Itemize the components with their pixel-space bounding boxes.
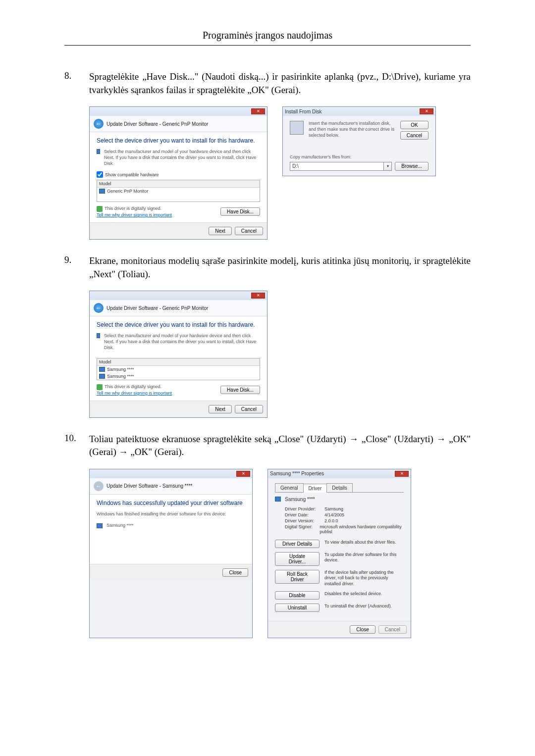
signing-link[interactable]: Tell me why driver signing is important xyxy=(97,212,172,217)
signed-text: This driver is digitally signed. xyxy=(105,206,161,212)
model-listbox[interactable]: Model Samsung **** Samsung **** xyxy=(97,358,260,380)
list-item-label: Samsung **** xyxy=(107,367,134,372)
next-button[interactable]: Next xyxy=(209,405,232,413)
update-driver-button[interactable]: Update Driver... xyxy=(275,552,320,566)
action-desc: Disables the selected device. xyxy=(324,591,382,597)
breadcrumb-text: Update Driver Software - Generic PnP Mon… xyxy=(107,121,208,127)
header-rule xyxy=(64,45,471,46)
dropdown-arrow-icon[interactable]: ▾ xyxy=(384,162,392,171)
uninstall-button[interactable]: Uninstall xyxy=(275,604,320,612)
cancel-button[interactable]: Cancel xyxy=(400,131,428,140)
step10-screenshots: ✕ ← Update Driver Software - Samsung ***… xyxy=(89,469,471,638)
tab-details[interactable]: Details xyxy=(326,483,353,492)
signed-text: This driver is digitally signed. xyxy=(105,384,161,390)
list-item-label: Samsung **** xyxy=(107,374,134,379)
copy-label: Copy manufacturer's files from: xyxy=(290,154,428,160)
driver-details-button[interactable]: Driver Details xyxy=(275,540,320,548)
prop-value: 2.0.0.0 xyxy=(324,518,338,523)
success-desc: Windows has finished installing the driv… xyxy=(97,511,245,517)
prop-value: microsoft windows hardware compatibility… xyxy=(320,524,404,534)
dialog-heading: Select the device driver you want to ins… xyxy=(97,321,260,328)
titlebar: ✕ xyxy=(90,469,252,478)
close-icon[interactable]: ✕ xyxy=(420,108,433,114)
close-icon[interactable]: ✕ xyxy=(395,471,409,477)
dialog-select-model: ✕ ← Update Driver Software - Generic PnP… xyxy=(89,291,268,417)
model-listbox[interactable]: Model Generic PnP Monitor xyxy=(97,180,260,202)
step-10: 10. Toliau pateiktuose ekranuose spragte… xyxy=(64,433,471,459)
titlebar: ✕ xyxy=(90,291,267,300)
page-header: Programinės įrangos naudojimas xyxy=(64,30,471,41)
ok-button[interactable]: OK xyxy=(400,121,428,129)
list-header: Model xyxy=(97,358,260,366)
next-button[interactable]: Next xyxy=(209,227,232,235)
disable-button[interactable]: Disable xyxy=(275,591,320,600)
roll-back-button[interactable]: Roll Back Driver xyxy=(275,570,320,584)
have-disk-button[interactable]: Have Disk... xyxy=(220,207,260,216)
breadcrumb: ← Update Driver Software - Generic PnP M… xyxy=(90,300,267,316)
list-item[interactable]: Generic PnP Monitor xyxy=(97,188,260,195)
list-item-label: Generic PnP Monitor xyxy=(107,189,148,194)
monitor-icon xyxy=(97,523,103,528)
have-disk-button[interactable]: Have Disk... xyxy=(220,386,260,394)
list-header: Model xyxy=(97,180,260,188)
monitor-icon xyxy=(99,367,105,372)
device-name: Samsung **** xyxy=(107,523,134,529)
prop-label: Digital Signer: xyxy=(285,524,320,534)
monitor-icon xyxy=(99,374,105,379)
install-msg: Insert the manufacturer's installation d… xyxy=(309,121,395,138)
tab-row: General Driver Details xyxy=(275,483,404,493)
step-text: Toliau pateiktuose ekranuose spragtelėki… xyxy=(89,433,471,459)
dialog-title: Samsung **** Properties xyxy=(270,471,324,476)
cancel-button: Cancel xyxy=(378,625,407,634)
prop-value: 4/14/2005 xyxy=(324,512,344,517)
dialog-install-from-disk: Install From Disk ✕ Insert the manufactu… xyxy=(282,106,436,176)
dialog-title: Install From Disk xyxy=(285,109,321,114)
dialog-properties: Samsung **** Properties ✕ General Driver… xyxy=(268,469,411,638)
tab-driver[interactable]: Driver xyxy=(303,484,327,493)
signing-link[interactable]: Tell me why driver signing is important xyxy=(97,391,172,396)
breadcrumb: ← Update Driver Software - Samsung **** xyxy=(90,478,252,495)
step-9: 9. Ekrane, monitoriaus modelių sąraše pa… xyxy=(64,254,471,281)
step-number: 9. xyxy=(64,254,89,281)
browse-button[interactable]: Browse... xyxy=(395,162,428,171)
dialog-success: ✕ ← Update Driver Software - Samsung ***… xyxy=(89,469,253,638)
device-name: Samsung **** xyxy=(285,497,315,502)
back-button[interactable]: ← xyxy=(94,303,104,313)
cancel-button[interactable]: Cancel xyxy=(235,227,263,235)
prop-label: Driver Date: xyxy=(285,512,324,517)
action-desc: To view details about the driver files. xyxy=(324,540,396,546)
back-button: ← xyxy=(94,481,104,491)
shield-icon xyxy=(97,206,103,212)
close-icon[interactable]: ✕ xyxy=(251,293,265,299)
prop-label: Driver Provider: xyxy=(285,506,324,511)
monitor-icon xyxy=(99,189,105,194)
step-text: Spragtelėkite „Have Disk..." (Naudoti di… xyxy=(89,70,471,97)
floppy-icon xyxy=(290,121,304,135)
path-input[interactable]: D:\ xyxy=(290,162,384,171)
tab-general[interactable]: General xyxy=(275,483,304,492)
checkbox-label: Show compatible hardware xyxy=(105,172,159,177)
close-icon[interactable]: ✕ xyxy=(236,471,250,477)
list-item[interactable]: Samsung **** xyxy=(97,373,260,380)
list-item[interactable]: Samsung **** xyxy=(97,366,260,373)
step-8: 8. Spragtelėkite „Have Disk..." (Naudoti… xyxy=(64,70,471,97)
breadcrumb-text: Update Driver Software - Generic PnP Mon… xyxy=(107,305,208,311)
success-heading: Windows has successfully updated your dr… xyxy=(97,500,245,506)
close-icon[interactable]: ✕ xyxy=(251,108,265,114)
prop-label: Driver Version: xyxy=(285,518,324,523)
dialog-description: Select the manufacturer and model of you… xyxy=(104,333,260,351)
shield-icon xyxy=(97,384,103,390)
breadcrumb-text: Update Driver Software - Samsung **** xyxy=(107,483,192,489)
step9-screenshots: ✕ ← Update Driver Software - Generic PnP… xyxy=(89,291,471,417)
close-button[interactable]: Close xyxy=(350,625,375,634)
close-button[interactable]: Close xyxy=(222,568,248,577)
dialog-description: Select the manufacturer and model of you… xyxy=(104,149,260,166)
titlebar: Samsung **** Properties ✕ xyxy=(268,469,411,478)
step-text: Ekrane, monitoriaus modelių sąraše pasir… xyxy=(89,254,471,281)
cancel-button[interactable]: Cancel xyxy=(235,405,263,413)
compatible-checkbox[interactable] xyxy=(97,171,103,178)
back-button[interactable]: ← xyxy=(94,119,104,129)
action-desc: To uninstall the driver (Advanced). xyxy=(324,604,392,609)
prop-value: Samsung xyxy=(324,506,343,511)
monitor-icon xyxy=(97,333,100,338)
